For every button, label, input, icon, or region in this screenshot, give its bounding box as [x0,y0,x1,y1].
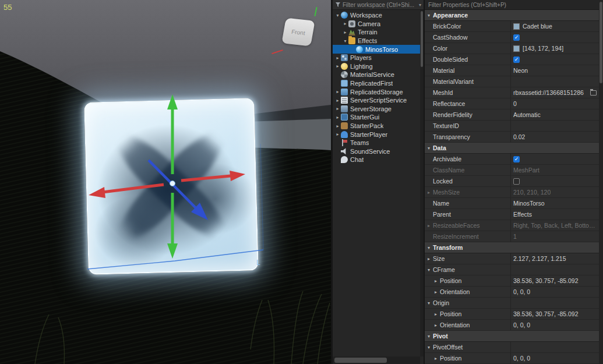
expand-arrow[interactable]: ▸ [425,190,433,195]
color-swatch[interactable] [513,45,520,52]
checkbox-locked[interactable] [513,178,520,185]
tree-item-camera[interactable]: ▸Camera [333,20,424,29]
collapse-arrow[interactable]: ▾ [425,245,433,250]
browse-file-icon[interactable] [590,90,597,96]
property-value-cell[interactable]: 1 [511,231,599,242]
section-pivot[interactable]: ▾Pivot [425,331,599,342]
chevron-down-icon[interactable]: ▾ [419,2,421,8]
property-value-cell[interactable]: 38.536, 30.757, -85.092 [511,275,599,286]
property-value-cell[interactable]: Neon [511,65,599,76]
explorer-vertical-scrollbar[interactable] [420,10,424,356]
expand-arrow[interactable]: ▾ [342,38,348,44]
material-service-icon [341,71,348,78]
expand-arrow[interactable]: ▸ [425,223,433,228]
properties-filter-input[interactable] [428,2,600,8]
tree-item-teams[interactable]: Teams [333,139,424,147]
property-value-cell[interactable]: ✓ [511,32,599,43]
property-value-cell[interactable]: 0.02 [511,132,599,142]
expand-arrow[interactable]: ▸ [432,356,440,361]
expand-arrow[interactable]: ▸ [342,21,348,26]
explorer-filter-input[interactable] [343,2,417,8]
properties-scrollbar[interactable] [599,0,603,364]
tree-item-players[interactable]: ▸Players [333,54,424,62]
property-row-classname: ClassNameMeshPart [425,165,599,176]
collapse-arrow[interactable]: ▾ [425,334,433,339]
expand-arrow[interactable]: ▸ [425,256,433,261]
tree-item-serverscriptservice[interactable]: ▸ServerScriptService [333,96,424,105]
tree-item-terrain[interactable]: ▸Terrain [333,28,424,37]
tree-item-starterpack[interactable]: ▸StarterPack [333,122,424,130]
property-value-cell[interactable]: MeshPart [511,165,599,175]
starter-gui-icon [341,114,348,121]
tree-item-replicatedstorage[interactable]: ▸ReplicatedStorage [333,87,424,96]
tree-item-minostorso[interactable]: MinosTorso [333,45,424,54]
property-value-cell[interactable] [511,76,599,87]
property-value-cell[interactable]: 210, 210, 120 [511,187,599,197]
tree-item-effects[interactable]: ▾Effects [333,37,424,45]
section-transform[interactable]: ▾Transform [425,242,599,253]
property-value-cell[interactable]: rbxassetid://13668151286 [511,87,599,98]
section-label: Transform [433,244,463,251]
expand-arrow[interactable]: ▸ [334,63,341,69]
property-value-cell[interactable]: 38.536, 30.757, -85.092 [511,309,599,319]
checkbox-castshadow[interactable]: ✓ [513,34,520,41]
property-value-cell[interactable]: ✓ [511,154,599,164]
property-value-cell[interactable] [511,298,599,308]
property-value-cell[interactable]: 0, 0, 0 [511,320,599,330]
expand-arrow[interactable]: ▾ [425,345,433,350]
color-swatch[interactable] [513,23,520,30]
property-value-cell[interactable]: ✓ [511,54,599,65]
expand-arrow[interactable]: ▸ [334,98,341,103]
property-value-cell[interactable] [511,264,599,275]
property-value-cell[interactable]: 2.127, 2.127, 1.215 [511,253,599,264]
scrollbar-thumb[interactable] [334,358,387,363]
expand-arrow[interactable]: ▾ [334,13,341,18]
view-cube[interactable]: Front [281,18,315,47]
property-value-cell[interactable]: Effects [511,209,599,220]
checkbox-archivable[interactable]: ✓ [513,156,520,162]
property-value: 38.536, 30.757, -85.092 [513,277,579,284]
collapse-arrow[interactable]: ▾ [425,13,433,18]
property-row-orientation: ▸Orientation0, 0, 0 [425,320,599,331]
section-data[interactable]: ▾Data [425,143,599,154]
tree-item-materialservice[interactable]: MaterialService [333,70,424,79]
property-value-cell[interactable]: 0, 0, 0 [511,353,599,363]
expand-arrow[interactable]: ▸ [334,115,341,120]
expand-arrow[interactable]: ▸ [432,278,440,284]
expand-arrow[interactable]: ▸ [334,132,341,137]
property-value-cell[interactable]: Right, Top, Back, Left, Bottom, Fr... [511,220,599,231]
property-value-cell[interactable]: [143, 172, 194] [511,43,599,54]
collapse-arrow[interactable]: ▾ [425,146,433,151]
explorer-horizontal-scrollbar[interactable] [333,356,420,364]
expand-arrow[interactable]: ▸ [334,89,341,94]
section-appearance[interactable]: ▾Appearance [425,10,599,21]
property-value-cell[interactable]: 0, 0, 0 [511,287,599,297]
expand-arrow[interactable]: ▾ [425,267,433,273]
expand-arrow[interactable]: ▸ [334,106,341,111]
expand-arrow[interactable]: ▸ [432,312,440,317]
tree-item-replicatedfirst[interactable]: ReplicatedFirst [333,79,424,88]
expand-arrow[interactable]: ▸ [432,323,440,328]
property-value-cell[interactable]: Cadet blue [511,21,599,31]
property-value-cell[interactable]: 0 [511,98,599,109]
selected-part-minostorso[interactable] [84,98,259,275]
expand-arrow[interactable]: ▸ [334,55,341,61]
tree-item-soundservice[interactable]: SoundService [333,147,424,156]
expand-arrow[interactable]: ▾ [425,301,433,306]
tree-item-workspace[interactable]: ▾Workspace [333,11,424,20]
expand-arrow[interactable]: ▸ [432,289,440,295]
tree-item-lighting[interactable]: ▸Lighting [333,62,424,71]
tree-item-starterplayer[interactable]: ▸StarterPlayer [333,130,424,139]
property-value-cell[interactable] [511,342,599,352]
tree-item-serverstorage[interactable]: ▸ServerStorage [333,105,424,114]
tree-item-chat[interactable]: Chat [333,156,424,164]
property-value-cell[interactable] [511,176,599,186]
checkbox-doublesided[interactable]: ✓ [513,56,520,63]
property-value-cell[interactable]: MinosTorso [511,198,599,208]
viewport-3d[interactable]: 55 Front L [0,0,331,364]
property-value-cell[interactable]: Automatic [511,109,599,120]
property-value-cell[interactable] [511,121,599,131]
expand-arrow[interactable]: ▸ [334,123,341,129]
expand-arrow[interactable]: ▸ [342,30,348,35]
tree-item-startergui[interactable]: ▸StarterGui [333,113,424,122]
